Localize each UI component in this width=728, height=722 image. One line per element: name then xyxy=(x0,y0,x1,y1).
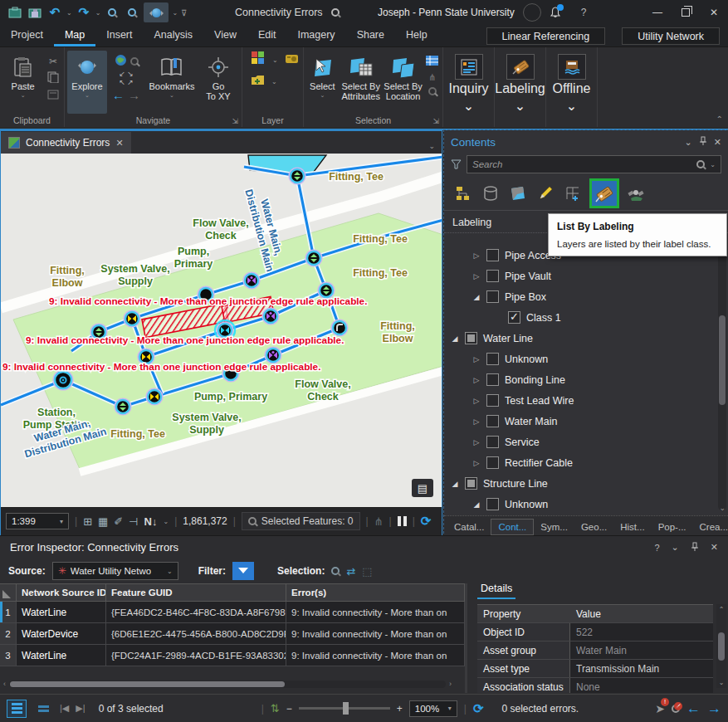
add-preset-icon[interactable] xyxy=(285,52,299,67)
contents-close-icon[interactable]: ✕ xyxy=(714,137,721,148)
basemap-dropdown-icon[interactable]: ⌄ xyxy=(272,56,278,64)
table-view-toggle[interactable] xyxy=(7,700,27,718)
select-by-attributes-button[interactable]: Select ByAttributes xyxy=(340,51,382,114)
contents-scrollbar[interactable] xyxy=(718,246,726,510)
visibility-checkbox[interactable] xyxy=(486,353,499,365)
navigate-launcher-icon[interactable]: ⇲ xyxy=(232,117,238,125)
menu-tab-project[interactable]: Project xyxy=(0,25,54,46)
list-by-data-source-icon[interactable] xyxy=(480,183,501,204)
select-dropdown-icon[interactable]: ⌄ xyxy=(320,92,325,99)
layer-tree-item-rectifier-cable[interactable]: ▷Rectifier Cable xyxy=(444,452,716,473)
linear-referencing-button[interactable]: Linear Referencing xyxy=(486,27,606,45)
close-button[interactable]: ✕ xyxy=(700,0,728,25)
previous-extent-icon[interactable]: ← xyxy=(112,88,125,102)
next-error-icon[interactable]: → xyxy=(707,700,721,717)
explore-button[interactable]: Explore ⌄ xyxy=(67,51,107,114)
layer-tree-item-water-line[interactable]: ◢Water Line xyxy=(444,328,716,349)
pane-tab-sym[interactable]: Sym... xyxy=(534,520,574,534)
redo-dropdown-icon[interactable]: ⌄ xyxy=(95,9,101,17)
inquiry-button[interactable]: Inquiry ⌄ xyxy=(447,51,491,114)
basemap-icon[interactable] xyxy=(251,51,266,69)
contents-scroll-chevron-icon[interactable]: ⌄ xyxy=(719,504,726,512)
visibility-checkbox[interactable] xyxy=(486,373,499,386)
help-icon[interactable]: ? xyxy=(581,7,587,18)
pane-tab-crea[interactable]: Crea... xyxy=(693,520,728,534)
error-cursor-icon[interactable]: ➤ xyxy=(655,702,665,715)
menu-tab-share[interactable]: Share xyxy=(346,25,395,46)
details-tab[interactable]: Details xyxy=(477,581,515,599)
column-header-feature-guid[interactable]: Feature GUID xyxy=(106,584,286,601)
bookmarks-dropdown-icon[interactable]: ⌄ xyxy=(169,92,174,99)
expander-icon[interactable]: ▷ xyxy=(472,355,481,363)
list-by-selection-icon[interactable] xyxy=(507,183,529,204)
pane-tab-hist[interactable]: Hist... xyxy=(613,520,651,534)
list-by-drawing-order-icon[interactable] xyxy=(452,183,474,204)
bookmarks-button[interactable]: Bookmarks ⌄ xyxy=(145,51,198,114)
menu-tab-help[interactable]: Help xyxy=(395,25,438,46)
labeling-button[interactable]: Labeling ⌄ xyxy=(498,51,543,114)
layer-tree-item-water-main[interactable]: ▷Water Main xyxy=(444,411,716,432)
expander-icon[interactable]: ▷ xyxy=(472,417,481,426)
refresh-map-icon[interactable]: ⟳ xyxy=(421,514,432,529)
expander-icon[interactable]: ▷ xyxy=(472,376,481,384)
clear-selection-icon[interactable]: ⬚ xyxy=(362,565,372,578)
layer-tree-item-pipe-box[interactable]: ◢Pipe Box xyxy=(444,286,716,307)
command-search-icon[interactable] xyxy=(331,8,340,17)
undo-icon[interactable]: ↶ xyxy=(46,4,63,21)
map-canvas[interactable]: Flow Valve,CheckPump,PrimarySystem Valve… xyxy=(1,154,442,507)
segment-icon[interactable]: ⊣ xyxy=(129,515,138,528)
map-overlay-button[interactable]: ▤ xyxy=(412,479,433,497)
sort-icon[interactable]: ⇅ xyxy=(271,702,280,715)
expander-icon[interactable]: ◢ xyxy=(472,500,481,509)
visibility-checkbox[interactable] xyxy=(465,332,477,344)
labeling-dropdown-icon[interactable]: ⌄ xyxy=(515,98,525,114)
expander-icon[interactable]: ◢ xyxy=(451,334,459,343)
explore-tool-button[interactable] xyxy=(144,2,169,22)
pane-tab-geo[interactable]: Geo... xyxy=(574,520,613,534)
junction-symbol-green[interactable] xyxy=(289,168,305,183)
zoom-slider[interactable] xyxy=(299,707,390,710)
explore-dropdown-icon[interactable]: ⌄ xyxy=(85,92,90,99)
junction-symbol-station[interactable] xyxy=(53,370,72,389)
pane-tab-catal[interactable]: Catal... xyxy=(447,520,491,534)
junction-symbol-yellow[interactable] xyxy=(124,310,139,326)
layer-tree-item-test-lead-wire[interactable]: ▷Test Lead Wire xyxy=(444,390,716,411)
junction-symbol-green[interactable] xyxy=(115,398,130,414)
close-map-tab-icon[interactable]: ✕ xyxy=(115,138,123,149)
contents-pin-icon[interactable] xyxy=(699,136,707,148)
visibility-checkbox[interactable] xyxy=(486,394,499,407)
zoom-percent-combo[interactable]: 100%▾ xyxy=(409,700,457,717)
menu-tab-view[interactable]: View xyxy=(203,25,247,46)
zoom-in-icon[interactable] xyxy=(104,4,120,21)
layer-tree-item-unknown[interactable]: ▷Unknown xyxy=(444,349,716,369)
paste-button[interactable]: Paste ⌄ xyxy=(2,51,43,114)
junction-symbol-purple[interactable] xyxy=(262,308,278,324)
errors-table-hscrollbar[interactable]: ‹› xyxy=(3,680,452,688)
layer-tree-item-service[interactable]: ▷Service xyxy=(444,432,716,452)
junction-symbol-black[interactable] xyxy=(331,320,347,335)
details-row-asset-type[interactable]: Asset typeTransmission Main xyxy=(477,660,713,678)
layer-tree-item-bonding-line[interactable]: ▷Bonding Line xyxy=(444,369,716,390)
explore-dropdown-icon[interactable]: ⌄ xyxy=(172,9,178,17)
zoom-slider-handle[interactable] xyxy=(343,702,349,715)
details-row-association-status[interactable]: Association statusNone xyxy=(477,678,713,693)
paste-dropdown-icon[interactable]: ⌄ xyxy=(21,92,26,99)
customize-qat-icon[interactable]: ⊽ xyxy=(181,8,187,17)
contents-filter-icon[interactable] xyxy=(451,159,462,169)
edit-vertices-icon[interactable]: ✐ xyxy=(114,515,123,528)
zoom-out-icon[interactable] xyxy=(124,4,140,21)
expander-icon[interactable]: ▷ xyxy=(472,438,481,446)
visibility-checkbox[interactable] xyxy=(486,436,499,448)
menu-tab-imagery[interactable]: Imagery xyxy=(286,25,345,46)
copy-icon[interactable] xyxy=(47,71,59,85)
inspector-help-icon[interactable]: ? xyxy=(654,543,659,553)
layer-tree-item-unknown[interactable]: ◢Unknown xyxy=(444,494,716,514)
menu-tab-edit[interactable]: Edit xyxy=(247,25,287,46)
visibility-checkbox[interactable] xyxy=(486,498,499,510)
form-view-toggle[interactable] xyxy=(33,700,53,718)
trace-status-icon[interactable]: ⋔ xyxy=(374,515,384,528)
offline-dropdown-icon[interactable]: ⌄ xyxy=(566,98,577,114)
first-record-icon[interactable]: |◀ xyxy=(60,703,69,714)
avatar[interactable] xyxy=(523,3,541,22)
visibility-checkbox[interactable] xyxy=(486,249,499,261)
